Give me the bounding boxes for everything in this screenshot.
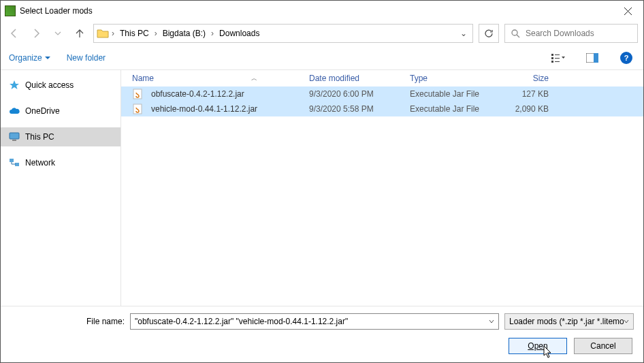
caret-down-icon	[45, 55, 50, 61]
new-folder-label: New folder	[67, 53, 106, 63]
up-button[interactable]	[71, 25, 88, 42]
dialog-body: Quick access OneDrive This PC Network Na…	[1, 70, 643, 306]
chevron-down-icon[interactable]: ⌄	[457, 29, 470, 38]
search-icon	[511, 29, 520, 38]
jar-file-icon	[132, 89, 143, 99]
network-icon	[9, 157, 20, 168]
svg-rect-4	[555, 58, 560, 59]
filter-label: Loader mods (*.zip *.jar *.litemo	[509, 317, 624, 326]
organize-menu[interactable]: Organize	[9, 53, 50, 63]
svg-point-0	[512, 30, 517, 35]
sidebar-item-network[interactable]: Network	[1, 153, 120, 172]
cancel-label: Cancel	[590, 341, 615, 351]
sidebar-item-label: This PC	[25, 132, 54, 142]
star-icon	[9, 80, 20, 91]
search-input[interactable]	[526, 29, 632, 38]
svg-rect-2	[555, 54, 560, 55]
arrow-right-icon	[31, 28, 42, 39]
file-list-pane: Name ︿ Date modified Type Size obfuscate…	[120, 70, 643, 306]
svg-rect-5	[551, 61, 553, 63]
dialog-footer: File name: "obfuscate-0.4.2-1.12.2.jar" …	[1, 306, 643, 362]
view-icon	[551, 53, 565, 63]
sort-indicator-icon: ︿	[251, 74, 257, 83]
file-name: vehicle-mod-0.44.1-1.12.2.jar	[151, 104, 257, 114]
filename-value: "obfuscate-0.4.2-1.12.2.jar" "vehicle-mo…	[135, 317, 348, 326]
file-size: 2,090 KB	[500, 104, 554, 114]
forward-button[interactable]	[28, 25, 44, 42]
titlebar: Select Loader mods	[1, 1, 643, 21]
svg-rect-3	[551, 57, 553, 59]
toolbar: Organize New folder ?	[1, 46, 643, 70]
nav-sidebar: Quick access OneDrive This PC Network	[1, 70, 120, 306]
file-name: obfuscate-0.4.2-1.12.2.jar	[151, 89, 244, 99]
refresh-button[interactable]	[479, 24, 499, 43]
address-bar[interactable]: › This PC › Bigdata (B:) › Downloads ⌄	[93, 24, 473, 43]
column-header-name[interactable]: Name ︿	[127, 74, 304, 83]
jar-file-icon	[132, 104, 143, 114]
file-type: Executable Jar File	[404, 104, 500, 114]
sidebar-item-this-pc[interactable]: This PC	[1, 127, 120, 146]
file-type-filter[interactable]: Loader mods (*.zip *.jar *.litemo	[504, 313, 634, 330]
close-button[interactable]	[612, 1, 643, 21]
filename-row: File name: "obfuscate-0.4.2-1.12.2.jar" …	[10, 313, 634, 330]
cloud-icon	[9, 106, 20, 116]
help-button[interactable]: ?	[617, 50, 635, 65]
file-row[interactable]: vehicle-mod-0.44.1-1.12.2.jar 9/3/2020 5…	[121, 101, 643, 116]
chevron-right-icon: ›	[112, 29, 114, 38]
chevron-down-icon	[54, 30, 61, 37]
sidebar-item-label: OneDrive	[25, 106, 60, 116]
arrow-up-icon	[74, 28, 85, 39]
new-folder-button[interactable]: New folder	[67, 53, 106, 63]
folder-icon	[97, 28, 109, 39]
file-type: Executable Jar File	[404, 89, 500, 99]
column-header-size[interactable]: Size	[500, 74, 554, 83]
breadcrumb-segment[interactable]: This PC	[117, 29, 152, 38]
sidebar-item-label: Network	[25, 158, 55, 168]
svg-rect-8	[594, 53, 598, 63]
filename-input[interactable]: "obfuscate-0.4.2-1.12.2.jar" "vehicle-mo…	[130, 313, 499, 330]
file-date: 9/3/2020 5:58 PM	[304, 104, 404, 114]
navbar: › This PC › Bigdata (B:) › Downloads ⌄	[1, 21, 643, 46]
pc-icon	[9, 131, 20, 142]
window-title: Select Loader mods	[20, 6, 612, 16]
back-button[interactable]	[6, 25, 22, 42]
file-size: 127 KB	[500, 89, 554, 99]
chevron-down-icon[interactable]	[489, 319, 494, 324]
search-box[interactable]	[504, 24, 638, 43]
chevron-down-icon	[624, 319, 629, 324]
cancel-button[interactable]: Cancel	[574, 338, 632, 354]
svg-rect-11	[10, 159, 14, 162]
column-headers[interactable]: Name ︿ Date modified Type Size	[121, 70, 643, 86]
preview-pane-button[interactable]	[583, 50, 601, 65]
sidebar-item-onedrive[interactable]: OneDrive	[1, 101, 120, 121]
column-header-date[interactable]: Date modified	[304, 74, 404, 83]
app-icon	[5, 5, 16, 16]
chevron-right-icon: ›	[211, 29, 214, 38]
preview-pane-icon	[586, 53, 598, 63]
sidebar-item-label: Quick access	[25, 80, 74, 90]
recent-dropdown[interactable]	[50, 25, 66, 42]
open-label: Open	[528, 341, 547, 351]
svg-rect-10	[12, 140, 16, 141]
help-icon: ?	[620, 52, 632, 64]
view-menu[interactable]	[549, 50, 567, 65]
organize-label: Organize	[9, 53, 42, 63]
close-icon	[624, 7, 632, 15]
filename-label: File name:	[10, 317, 125, 326]
file-row[interactable]: obfuscate-0.4.2-1.12.2.jar 9/3/2020 6:00…	[121, 86, 643, 101]
breadcrumb-segment[interactable]: Bigdata (B:)	[160, 29, 208, 38]
column-header-type[interactable]: Type	[404, 74, 500, 83]
refresh-icon	[484, 29, 494, 38]
chevron-right-icon: ›	[155, 29, 157, 38]
svg-rect-1	[551, 54, 553, 56]
breadcrumb-segment[interactable]: Downloads	[216, 29, 262, 38]
svg-rect-9	[10, 133, 19, 139]
arrow-left-icon	[9, 28, 20, 39]
button-row: Open Cancel	[10, 338, 634, 354]
svg-rect-6	[555, 61, 560, 62]
open-button[interactable]: Open	[509, 338, 567, 354]
sidebar-item-quick-access[interactable]: Quick access	[1, 76, 120, 95]
file-date: 9/3/2020 6:00 PM	[304, 89, 404, 99]
